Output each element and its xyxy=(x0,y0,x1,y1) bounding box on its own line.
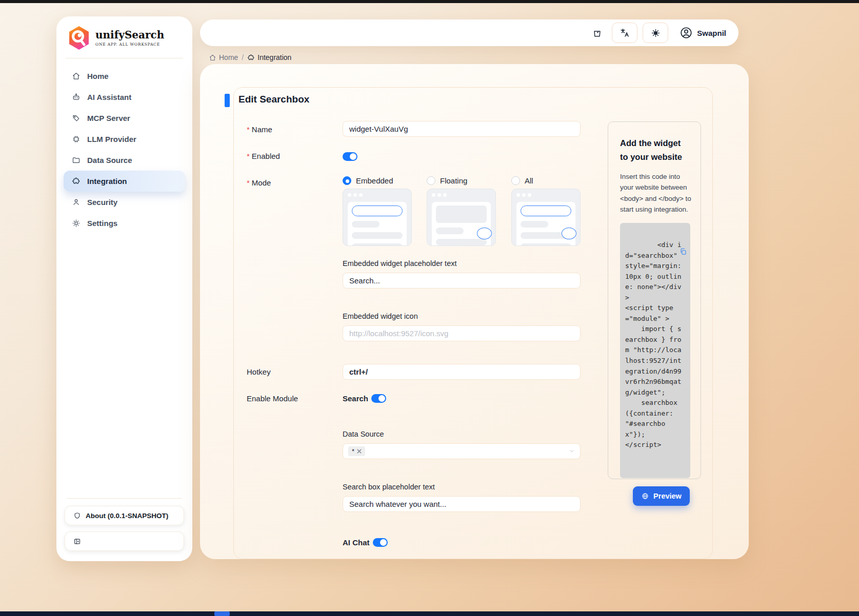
main-content: Edit Searchbox *Name *Enabled *Mode Embe… xyxy=(200,64,749,559)
hotkey-label: Hotkey xyxy=(247,367,271,376)
breadcrumb-separator: / xyxy=(242,53,244,61)
language-button[interactable] xyxy=(612,23,637,43)
page-title: Edit Searchbox xyxy=(238,94,309,105)
home-icon xyxy=(209,54,216,61)
sidebar-item-home[interactable]: Home xyxy=(64,66,185,87)
close-icon[interactable] xyxy=(357,449,362,454)
translate-icon xyxy=(620,28,630,38)
mode-option-label: All xyxy=(525,176,533,185)
chevron-down-icon xyxy=(569,447,575,456)
home-icon xyxy=(72,72,81,80)
sidebar-item-settings[interactable]: Settings xyxy=(64,213,185,234)
about-button[interactable]: About (0.0.1-SNAPSHOT) xyxy=(65,506,184,525)
breadcrumb: Home / Integration xyxy=(209,53,291,61)
collapse-sidebar-button[interactable] xyxy=(65,531,184,551)
mode-label: *Mode xyxy=(247,178,271,187)
widget-panel-description: Insert this code into your website betwe… xyxy=(620,171,691,214)
toggle-knob xyxy=(350,153,356,160)
mode-preview-floating[interactable] xyxy=(427,189,496,246)
sidebar-footer-divider xyxy=(67,498,182,499)
sidebar-item-label: Home xyxy=(87,72,109,80)
puzzle-icon xyxy=(247,54,255,61)
theme-toggle-button[interactable] xyxy=(643,23,668,43)
ai-chat-toggle[interactable] xyxy=(373,538,388,547)
embed-code-block[interactable]: <div id="searchbox" style="margin: 10px … xyxy=(620,223,690,478)
mode-option-label: Embedded xyxy=(356,176,393,185)
top-chrome-strip xyxy=(0,0,859,3)
app-window: unifySearch ONE APP. ALL WORKSPACE Home … xyxy=(0,0,859,616)
gear-icon xyxy=(72,219,81,228)
bag-icon xyxy=(592,28,603,38)
add-widget-panel: Add the widget to your website Insert th… xyxy=(608,121,701,479)
required-marker: * xyxy=(247,178,250,187)
embedded-icon-label: Embedded widget icon xyxy=(343,312,418,320)
sidebar-item-mcp-server[interactable]: MCP Server xyxy=(64,108,185,129)
shield-icon xyxy=(73,512,81,520)
radio-icon xyxy=(511,176,520,185)
cpu-icon xyxy=(72,135,81,143)
sidebar-item-label: LLM Provider xyxy=(87,135,136,143)
breadcrumb-current-label: Integration xyxy=(257,53,291,61)
embedded-icon-input[interactable] xyxy=(343,325,581,341)
embedded-placeholder-input[interactable] xyxy=(343,273,581,289)
searchbox-placeholder-input[interactable] xyxy=(343,496,581,512)
mode-option-label: Floating xyxy=(440,176,467,185)
mode-radio-embedded[interactable]: Embedded xyxy=(343,176,393,185)
radio-checked-icon xyxy=(343,176,351,185)
ai-chat-label: AI Chat xyxy=(343,538,370,547)
search-module-toggle[interactable] xyxy=(371,394,386,403)
search-module-label: Search xyxy=(343,394,368,403)
copy-code-button[interactable] xyxy=(679,227,687,235)
floating-button-mock xyxy=(477,228,492,239)
bottom-accent xyxy=(214,611,230,616)
about-label: About (0.0.1-SNAPSHOT) xyxy=(86,512,168,520)
toggle-knob xyxy=(378,395,385,402)
mode-preview-all[interactable] xyxy=(511,189,581,246)
enabled-toggle[interactable] xyxy=(343,152,357,161)
toggle-knob xyxy=(380,539,387,546)
top-header: Swapnil xyxy=(200,19,738,46)
mode-radio-all[interactable]: All xyxy=(511,176,533,185)
app-logo: unifySearch ONE APP. ALL WORKSPACE xyxy=(56,16,192,58)
sidebar-item-ai-assistant[interactable]: AI Assistant xyxy=(64,87,185,108)
folder-icon xyxy=(72,156,81,165)
tag-icon xyxy=(72,114,81,122)
sidebar-item-data-source[interactable]: Data Source xyxy=(64,150,185,171)
sidebar-item-llm-provider[interactable]: LLM Provider xyxy=(64,129,185,150)
data-source-tag: * xyxy=(348,446,365,456)
logo-title: unifySearch xyxy=(95,29,164,41)
breadcrumb-home-label: Home xyxy=(219,53,238,61)
searchbar-mock xyxy=(352,206,403,216)
logo-tagline: ONE APP. ALL WORKSPACE xyxy=(95,42,164,47)
hotkey-input[interactable] xyxy=(343,364,581,380)
radio-icon xyxy=(427,176,435,185)
enabled-label: *Enabled xyxy=(247,152,280,160)
mode-radio-floating[interactable]: Floating xyxy=(427,176,467,185)
window-dots xyxy=(432,193,447,197)
searchbar-mock xyxy=(521,206,571,216)
required-marker: * xyxy=(247,125,250,134)
puzzle-icon xyxy=(72,177,81,186)
user-icon xyxy=(72,198,81,207)
sidebar-footer: About (0.0.1-SNAPSHOT) xyxy=(65,498,184,551)
sidebar-item-security[interactable]: Security xyxy=(64,192,185,213)
name-input[interactable] xyxy=(343,121,581,137)
searchbox-placeholder-label: Search box placeholder text xyxy=(343,483,435,491)
sidebar-item-label: MCP Server xyxy=(87,114,130,122)
data-source-label: Data Source xyxy=(343,430,384,438)
store-button[interactable] xyxy=(587,23,607,43)
sidebar-item-label: AI Assistant xyxy=(87,93,131,101)
breadcrumb-current: Integration xyxy=(247,53,291,61)
sun-icon xyxy=(650,28,661,38)
embed-code-text: <div id="searchbox" style="margin: 10px … xyxy=(625,241,685,448)
window-dots xyxy=(348,193,363,197)
sidebar-item-label: Integration xyxy=(87,177,127,186)
breadcrumb-home[interactable]: Home xyxy=(209,53,238,61)
mode-preview-embedded[interactable] xyxy=(343,189,412,246)
data-source-select[interactable]: * xyxy=(343,443,581,459)
window-dots xyxy=(516,193,531,197)
sidebar-item-integration[interactable]: Integration xyxy=(64,171,185,192)
user-menu[interactable]: Swapnil xyxy=(680,26,726,39)
name-label: *Name xyxy=(247,125,272,134)
preview-button[interactable]: Preview xyxy=(633,486,690,506)
